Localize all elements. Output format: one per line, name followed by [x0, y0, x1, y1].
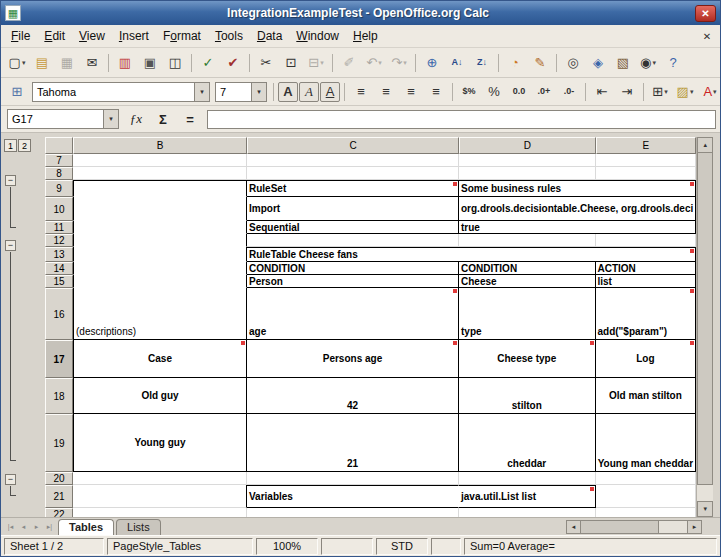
cell-D22[interactable] [459, 508, 596, 517]
styles-button[interactable]: ⊞ [5, 81, 29, 103]
sort-descending-button[interactable]: Z↓ [470, 52, 494, 74]
menu-view[interactable]: View [72, 26, 112, 46]
column-header-B[interactable]: B [73, 137, 247, 154]
cell-E15[interactable]: list [596, 275, 697, 288]
cell-D16[interactable]: type [459, 288, 596, 340]
function-button[interactable]: = [178, 109, 202, 129]
cell-E18[interactable]: Old man stilton [596, 378, 697, 414]
cell-D19[interactable]: cheddar [459, 414, 596, 472]
cell-C10[interactable]: Import [247, 197, 459, 221]
column-header-E[interactable]: E [596, 137, 697, 154]
status-insert-mode[interactable] [321, 538, 373, 555]
cell-E7[interactable] [596, 154, 697, 167]
cell-E22[interactable] [596, 508, 697, 517]
cell-D21[interactable]: java.util.List list [459, 485, 596, 508]
row-header-18[interactable]: 18 [45, 378, 73, 414]
cell-B17[interactable]: Case [73, 340, 247, 378]
row-header-17[interactable]: 17 [45, 340, 73, 378]
vertical-scroll-track[interactable] [697, 485, 713, 501]
cell-B21[interactable] [73, 485, 247, 508]
cell-C22[interactable] [247, 508, 459, 517]
cell-D15[interactable]: Cheese [459, 275, 596, 288]
sort-ascending-button[interactable]: A↓ [445, 52, 469, 74]
status-modified[interactable] [431, 538, 461, 555]
increase-indent-button[interactable]: ⇥ [615, 81, 639, 103]
font-name-dropdown[interactable]: ▾ [194, 83, 209, 101]
hyperlink-button[interactable]: ⊕ [420, 52, 444, 74]
vertical-scrollbar[interactable]: ▴ ▾ [696, 137, 713, 517]
bold-button[interactable]: A [278, 82, 298, 102]
status-zoom[interactable]: 100% [256, 538, 318, 555]
cell-C18[interactable]: 42 [247, 378, 459, 414]
row-header-12[interactable]: 12 [45, 234, 73, 247]
scroll-left-button[interactable]: ◂ [566, 520, 581, 534]
last-sheet-button[interactable]: ▸| [43, 520, 56, 533]
menu-insert[interactable]: Insert [112, 26, 156, 46]
cell-D20[interactable] [459, 472, 596, 485]
gallery-button[interactable]: ▧ [611, 52, 635, 74]
horizontal-scroll-thumb[interactable] [581, 520, 659, 534]
cell-C21[interactable]: Variables [247, 485, 459, 508]
cell-D12[interactable] [459, 234, 596, 247]
cell-C7[interactable] [247, 154, 459, 167]
align-left-button[interactable]: ≡ [349, 81, 373, 103]
vertical-scroll-thumb[interactable] [697, 153, 713, 485]
cell-B15[interactable] [73, 275, 247, 288]
italic-button[interactable]: A [299, 82, 319, 102]
insert-chart-button[interactable]: ◔ [503, 52, 527, 74]
zoom-button[interactable]: ◉▾ [636, 52, 660, 74]
outline-collapse-button-row21[interactable]: − [5, 474, 16, 485]
menu-help[interactable]: Help [346, 26, 385, 46]
formula-input[interactable] [207, 110, 716, 129]
column-header-C[interactable]: C [247, 137, 459, 154]
borders-button[interactable]: ⊞▾ [648, 81, 672, 103]
cell-C9[interactable]: RuleSet [247, 180, 459, 197]
row-header-16[interactable]: 16 [45, 288, 73, 340]
scroll-right-button[interactable]: ▸ [687, 520, 702, 534]
cell-D18[interactable]: stilton [459, 378, 596, 414]
cell-D7[interactable] [459, 154, 596, 167]
menu-data[interactable]: Data [250, 26, 289, 46]
number-standard-button[interactable]: 0.0 [507, 81, 531, 103]
function-wizard-button[interactable]: ƒx [124, 109, 148, 129]
export-pdf-button[interactable]: ▥ [113, 52, 137, 74]
cell-E19[interactable]: Young man cheddar [596, 414, 697, 472]
menu-window[interactable]: Window [289, 26, 346, 46]
font-name-combo[interactable]: Tahoma ▾ [32, 82, 210, 102]
cell-C17[interactable]: Persons age [247, 340, 459, 378]
previous-sheet-button[interactable]: ◂ [17, 520, 30, 533]
row-header-7[interactable]: 7 [45, 154, 73, 167]
row-header-9[interactable]: 9 [45, 180, 73, 197]
cell-E20[interactable] [596, 472, 697, 485]
page-preview-button[interactable]: ◫ [163, 52, 187, 74]
number-currency-button[interactable]: $% [457, 81, 481, 103]
cell-B20[interactable] [73, 472, 247, 485]
next-sheet-button[interactable]: ▸ [30, 520, 43, 533]
grid-corner[interactable] [45, 137, 73, 154]
cell-B13[interactable] [73, 247, 247, 262]
name-box-dropdown[interactable]: ▾ [103, 110, 118, 128]
align-right-button[interactable]: ≡ [399, 81, 423, 103]
outline-level-button-2[interactable]: 2 [18, 139, 31, 152]
spellcheck-button[interactable]: ✓ [196, 52, 220, 74]
cell-B22[interactable] [73, 508, 247, 517]
menu-format[interactable]: Format [156, 26, 208, 46]
scroll-down-button[interactable]: ▾ [697, 501, 713, 517]
open-button[interactable]: ▤ [30, 52, 54, 74]
navigator-button[interactable]: ◈ [586, 52, 610, 74]
status-sheet[interactable]: Sheet 1 / 2 [4, 538, 104, 555]
cell-B14[interactable] [73, 262, 247, 275]
cell-D17[interactable]: Cheese type [459, 340, 596, 378]
row-header-13[interactable]: 13 [45, 247, 73, 262]
find-replace-button[interactable]: ◎ [561, 52, 585, 74]
add-decimal-button[interactable]: .0+ [532, 81, 556, 103]
cell-B9[interactable] [73, 180, 247, 197]
row-header-20[interactable]: 20 [45, 472, 73, 485]
sheet-tab-lists[interactable]: Lists [116, 519, 161, 535]
row-header-11[interactable]: 11 [45, 221, 73, 234]
menu-tools[interactable]: Tools [208, 26, 250, 46]
cell-B12[interactable] [73, 234, 247, 247]
row-header-21[interactable]: 21 [45, 485, 73, 508]
name-box[interactable]: G17 ▾ [7, 109, 119, 129]
outline-collapse-button-row13[interactable]: − [5, 240, 16, 251]
